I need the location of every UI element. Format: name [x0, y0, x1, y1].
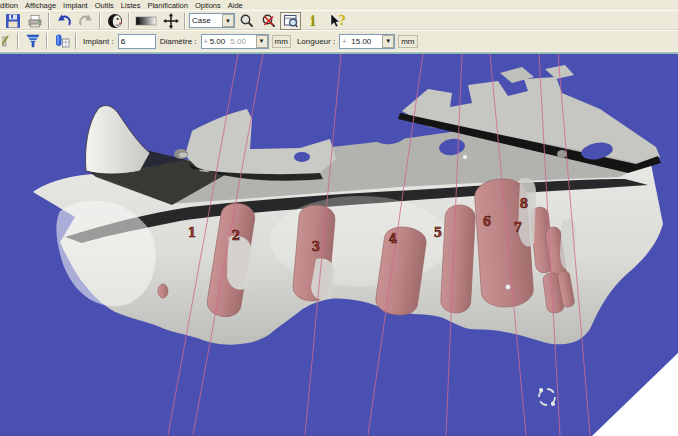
- undo-button[interactable]: [53, 12, 74, 30]
- length-combo[interactable]: + 15.00 ▼: [339, 34, 395, 49]
- toolbar-separator: [99, 13, 101, 29]
- axis-handle-dot[interactable]: [506, 285, 511, 290]
- menu-item-listes[interactable]: Listes: [121, 1, 141, 10]
- toolbar-separator: [46, 33, 48, 49]
- pan-move-icon: [163, 13, 179, 29]
- menu-item-outils[interactable]: Outils: [95, 1, 114, 10]
- diameter-secondary-value: 5.00: [227, 37, 249, 46]
- contrast-icon: [135, 13, 157, 29]
- menu-item-implant[interactable]: Implant: [63, 1, 88, 10]
- toolbar-separator: [75, 33, 77, 49]
- info-button[interactable]: i: [302, 12, 323, 30]
- pan-button[interactable]: [160, 12, 181, 30]
- chevron-down-icon[interactable]: ▼: [222, 14, 234, 27]
- axis-handle-dot[interactable]: [463, 155, 468, 160]
- zoom-cancel-button[interactable]: [258, 12, 279, 30]
- menu-bar: Edition Affichage Implant Outils Listes …: [0, 0, 678, 10]
- save-icon: [5, 13, 21, 29]
- length-label: Longueur :: [297, 37, 335, 46]
- print-button[interactable]: [24, 12, 45, 30]
- menu-item-planification[interactable]: Planification: [147, 1, 187, 10]
- diameter-combo[interactable]: + 5.00 5.00 ▼: [201, 34, 269, 49]
- zoom-cancel-icon: [261, 13, 277, 29]
- toolbar-separator: [128, 13, 130, 29]
- print-icon: [27, 13, 43, 29]
- undo-icon: [56, 13, 72, 29]
- toolbar-separator: [184, 13, 186, 29]
- menu-item-aide[interactable]: Aide: [228, 1, 243, 10]
- implant-table-button[interactable]: [51, 32, 72, 50]
- implant-number-label: Implant :: [83, 37, 114, 46]
- toolbar-separator: [17, 33, 19, 49]
- implant-toolbar: Implant : Diamètre : + 5.00 5.00 ▼ mm Lo…: [0, 30, 678, 51]
- diameter-unit-label: mm: [272, 35, 291, 48]
- case-selector-value: Case: [190, 16, 213, 25]
- svg-text:?: ?: [338, 13, 345, 27]
- implant-label-8: 8: [520, 197, 528, 211]
- implant-label-2: 2: [232, 229, 240, 243]
- pane-zoom-button[interactable]: [280, 12, 301, 30]
- implant-cone-icon: [25, 33, 41, 49]
- implant-label-5: 5: [434, 226, 442, 240]
- diameter-value: 5.00: [208, 37, 228, 46]
- length-value: 15.00: [349, 37, 373, 46]
- implant-label-3: 3: [312, 240, 320, 254]
- zoom-button[interactable]: [236, 12, 257, 30]
- save-button[interactable]: [2, 12, 23, 30]
- implant-number-input[interactable]: [118, 34, 156, 49]
- implant-label-6: 6: [483, 215, 491, 229]
- patient-head-button[interactable]: [104, 12, 125, 30]
- toolbar-separator: [48, 13, 50, 29]
- viewport-3d[interactable]: 1 2 3 4 5 6 7 8: [0, 51, 678, 436]
- chevron-down-icon[interactable]: ▼: [256, 35, 268, 48]
- menu-item-options[interactable]: Options: [195, 1, 221, 10]
- chevron-down-icon[interactable]: ▼: [382, 35, 394, 48]
- patient-head-icon: [107, 13, 123, 29]
- diameter-label: Diamètre :: [160, 37, 197, 46]
- bone-dimple: [557, 150, 567, 158]
- redo-button[interactable]: [75, 12, 96, 30]
- bone-dimple: [179, 153, 187, 158]
- zoom-icon: [239, 13, 255, 29]
- context-help-button[interactable]: ?: [324, 12, 350, 30]
- pane-zoom-icon: [283, 13, 299, 29]
- validate-button[interactable]: [2, 32, 14, 50]
- redo-icon: [78, 13, 94, 29]
- length-unit-label: mm: [398, 35, 417, 48]
- validate-icon: [2, 33, 11, 49]
- implant-label-7: 7: [514, 221, 522, 235]
- menu-item-affichage[interactable]: Affichage: [25, 1, 56, 10]
- implant-planning-window: Edition Affichage Implant Outils Listes …: [0, 0, 678, 436]
- implant-cone-button[interactable]: [22, 32, 43, 50]
- implant-label-4: 4: [389, 232, 397, 246]
- length-prefix: +: [340, 38, 346, 45]
- implant-1-tip[interactable]: [158, 284, 168, 298]
- implant-table-icon: [54, 33, 70, 49]
- implant-label-1: 1: [188, 226, 196, 240]
- main-toolbar: Case ▼ i: [0, 10, 678, 30]
- context-help-icon: ?: [327, 13, 347, 29]
- viewport-border-teal: [0, 52, 678, 54]
- contrast-button[interactable]: [133, 12, 159, 30]
- case-selector[interactable]: Case ▼: [189, 13, 235, 28]
- implant-5[interactable]: [440, 204, 476, 313]
- menu-item-edition[interactable]: Edition: [0, 1, 18, 10]
- svg-text:i: i: [310, 13, 315, 29]
- viewport-border-highlight: [0, 51, 678, 52]
- info-icon: i: [305, 13, 321, 29]
